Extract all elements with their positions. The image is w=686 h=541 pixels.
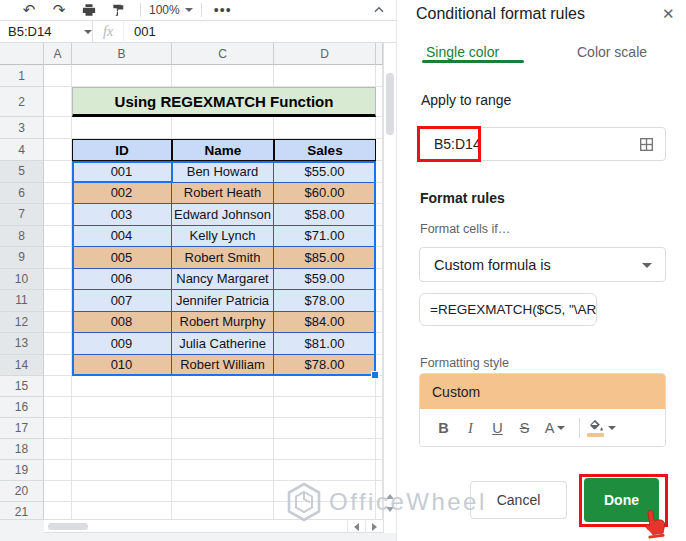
italic-button[interactable]: I	[457, 420, 484, 437]
row-header-13[interactable]: 13	[0, 333, 44, 355]
cell-A4[interactable]	[44, 139, 72, 161]
cell-E2[interactable]	[376, 87, 383, 117]
cell-C14[interactable]: Robert William	[172, 355, 274, 377]
cell-A15[interactable]	[44, 376, 72, 397]
strikethrough-button[interactable]: S	[511, 420, 538, 436]
bold-button[interactable]: B	[430, 420, 457, 436]
cell-C15[interactable]	[172, 376, 274, 397]
cell-C11[interactable]: Jennifer Patricia	[172, 290, 274, 312]
cell-D15[interactable]	[274, 376, 376, 397]
cell-C18[interactable]	[172, 439, 274, 460]
column-header-B[interactable]: B	[72, 43, 172, 65]
cell-E19[interactable]	[376, 460, 383, 481]
row-header-9[interactable]: 9	[0, 247, 44, 269]
cell-A1[interactable]	[44, 65, 72, 87]
column-header-C[interactable]: C	[172, 43, 274, 65]
cell-D18[interactable]	[274, 439, 376, 460]
cell-E17[interactable]	[376, 418, 383, 439]
row-header-5[interactable]: 5	[0, 161, 44, 183]
vertical-scrollbar[interactable]	[383, 43, 396, 533]
row-header-19[interactable]: 19	[0, 460, 44, 481]
cell-E9[interactable]	[376, 247, 383, 269]
cell-B6[interactable]: 002	[72, 183, 172, 205]
cell-D3[interactable]	[274, 117, 376, 139]
cell-D8[interactable]: $71.00	[274, 226, 376, 248]
cell-B17[interactable]	[72, 418, 172, 439]
cell-B16[interactable]	[72, 397, 172, 418]
cell-D13[interactable]: $81.00	[274, 333, 376, 355]
cell-B1[interactable]	[72, 65, 172, 87]
row-header-2[interactable]: 2	[0, 87, 44, 117]
cell-D5[interactable]: $55.00	[274, 161, 376, 183]
row-header-6[interactable]: 6	[0, 183, 44, 205]
cancel-button[interactable]: Cancel	[470, 481, 567, 519]
cell-A14[interactable]	[44, 355, 72, 377]
cell-D6[interactable]: $60.00	[274, 183, 376, 205]
cell-E18[interactable]	[376, 439, 383, 460]
cell-B3[interactable]	[72, 117, 172, 139]
redo-icon[interactable]: ↷	[44, 0, 74, 20]
title-banner[interactable]: Using REGEXMATCH Function	[72, 87, 376, 117]
cell-E14[interactable]	[376, 355, 383, 377]
row-header-18[interactable]: 18	[0, 439, 44, 460]
cell-D9[interactable]: $85.00	[274, 247, 376, 269]
cell-B10[interactable]: 006	[72, 269, 172, 291]
horizontal-scrollbar-thumb[interactable]	[48, 523, 88, 530]
cell-B18[interactable]	[72, 439, 172, 460]
tab-single-color[interactable]: Single color	[426, 44, 499, 60]
custom-formula-input[interactable]: =REGEXMATCH($C5, "\AR	[419, 293, 597, 326]
cell-A3[interactable]	[44, 117, 72, 139]
cell-A19[interactable]	[44, 460, 72, 481]
cell-E20[interactable]	[376, 481, 383, 502]
row-header-10[interactable]: 10	[0, 269, 44, 291]
scroll-down-icon[interactable]	[386, 507, 394, 512]
corner-box[interactable]	[0, 43, 44, 65]
formula-input[interactable]: 001	[124, 24, 156, 39]
cell-E11[interactable]	[376, 290, 383, 312]
cell-C8[interactable]: Kelly Lynch	[172, 226, 274, 248]
cell-D7[interactable]: $58.00	[274, 204, 376, 226]
row-header-7[interactable]: 7	[0, 204, 44, 226]
text-color-button[interactable]: A	[538, 420, 572, 436]
cell-B9[interactable]: 005	[72, 247, 172, 269]
row-header-11[interactable]: 11	[0, 290, 44, 312]
cell-B7[interactable]: 003	[72, 204, 172, 226]
cell-A8[interactable]	[44, 226, 72, 248]
zoom-select[interactable]: 100%	[149, 3, 193, 17]
cell-B13[interactable]: 009	[72, 333, 172, 355]
cell-A13[interactable]	[44, 333, 72, 355]
cell-E13[interactable]	[376, 333, 383, 355]
cell-E6[interactable]	[376, 183, 383, 205]
cell-A17[interactable]	[44, 418, 72, 439]
cell-D12[interactable]: $84.00	[274, 312, 376, 334]
cell-C21[interactable]	[172, 502, 274, 519]
more-icon[interactable]: •••	[210, 0, 236, 20]
print-icon[interactable]	[74, 0, 104, 20]
cell-C12[interactable]: Robert Murphy	[172, 312, 274, 334]
cell-E16[interactable]	[376, 397, 383, 418]
scroll-right-icon[interactable]	[365, 520, 383, 533]
cell-D1[interactable]	[274, 65, 376, 87]
cell-A7[interactable]	[44, 204, 72, 226]
cell-C3[interactable]	[172, 117, 274, 139]
cell-A5[interactable]	[44, 161, 72, 183]
select-data-range-icon[interactable]	[639, 137, 654, 156]
cell-E7[interactable]	[376, 204, 383, 226]
vertical-scrollbar-thumb[interactable]	[386, 73, 394, 135]
condition-dropdown[interactable]: Custom formula is	[419, 247, 666, 282]
cell-A10[interactable]	[44, 269, 72, 291]
cell-C5[interactable]: Ben Howard	[172, 161, 274, 183]
cell-E21[interactable]	[376, 502, 383, 519]
cell-C1[interactable]	[172, 65, 274, 87]
row-header-20[interactable]: 20	[0, 481, 44, 502]
column-header-A[interactable]: A	[44, 43, 72, 65]
cell-C10[interactable]: Nancy Margaret	[172, 269, 274, 291]
cell-E3[interactable]	[376, 117, 383, 139]
row-header-15[interactable]: 15	[0, 376, 44, 397]
range-input[interactable]: B5:D14	[419, 127, 666, 161]
corner-box[interactable]	[376, 43, 383, 65]
cell-A6[interactable]	[44, 183, 72, 205]
row-header-12[interactable]: 12	[0, 312, 44, 334]
cell-B5[interactable]: 001	[72, 161, 172, 183]
row-header-16[interactable]: 16	[0, 397, 44, 418]
